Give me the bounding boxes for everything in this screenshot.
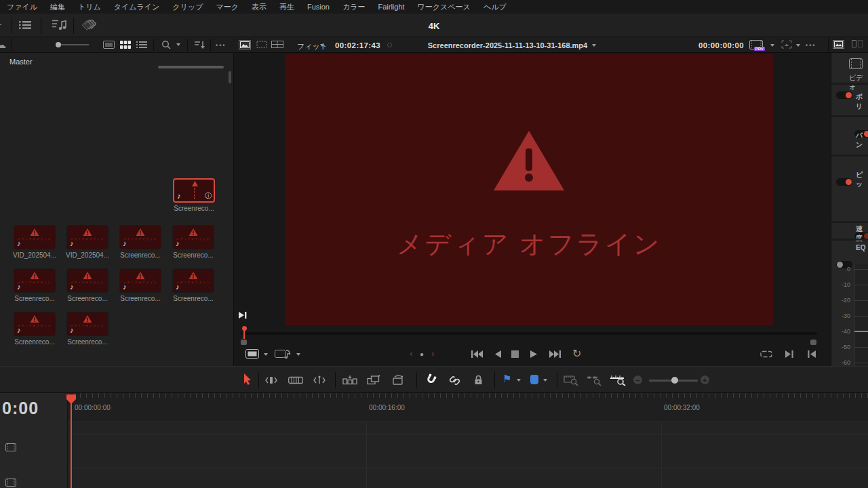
play-button[interactable] xyxy=(530,350,538,359)
audio-clip-mode-icon[interactable] xyxy=(275,348,291,359)
go-to-out-icon[interactable] xyxy=(237,310,248,320)
filmstrip-view-icon[interactable] xyxy=(103,41,115,49)
menu-workspace[interactable]: ワークスペース xyxy=(418,2,471,12)
media-clip[interactable]: ♪メディアオフラインScreenreco... xyxy=(172,225,215,259)
scale-overlay-chevron-icon[interactable] xyxy=(796,44,800,47)
insert-clip-icon[interactable] xyxy=(342,375,357,385)
menu-clip[interactable]: クリップ xyxy=(172,2,203,12)
next-marker-icon[interactable] xyxy=(785,350,794,359)
media-clip[interactable]: ♪メディアオフラインVID_202504... xyxy=(66,225,109,259)
video-tab-icon[interactable] xyxy=(849,58,863,69)
menu-mark[interactable]: マーク xyxy=(216,2,239,12)
menu-fusion[interactable]: Fusion xyxy=(307,3,330,11)
dual-panel-toggle-icon[interactable] xyxy=(852,40,863,47)
video-track-icon[interactable] xyxy=(5,479,16,487)
thumbnail-view-icon[interactable] xyxy=(120,41,131,49)
out-point-handle[interactable] xyxy=(810,340,816,345)
flag-icon[interactable]: ⚑ xyxy=(502,373,511,384)
menu-timeline[interactable]: タイムライン xyxy=(114,2,160,12)
jog-left-icon[interactable]: ‹ xyxy=(410,349,412,358)
media-clip[interactable]: ♪メディアオフラインVID_202504... xyxy=(13,225,56,259)
media-pool-options-icon[interactable]: ••• xyxy=(216,42,226,49)
list-view-icon[interactable] xyxy=(136,41,147,49)
clip-mode-chevron-icon[interactable] xyxy=(264,353,268,356)
menu-file[interactable]: ファイル xyxy=(7,2,37,12)
stop-button[interactable] xyxy=(511,350,519,358)
menu-trim[interactable]: トリム xyxy=(78,2,101,12)
media-clip[interactable]: ♪メディアオフラインScreenreco... xyxy=(13,312,56,346)
vertical-scrollbar[interactable] xyxy=(229,71,231,83)
thumbnail-size-slider[interactable] xyxy=(58,44,89,45)
menu-color[interactable]: カラー xyxy=(342,2,366,12)
marker-icon[interactable] xyxy=(530,375,538,384)
viewer-clip-name[interactable]: Screenrecorder-2025-11-11-13-10-31-168.m… xyxy=(428,41,587,49)
media-clip-selected[interactable]: ♪ ⓘ Screenreco... xyxy=(172,178,216,212)
zoom-in-button[interactable]: + xyxy=(701,375,709,384)
detail-zoom-icon[interactable] xyxy=(587,375,601,386)
replace-clip-icon[interactable] xyxy=(391,375,406,385)
viewer-options-icon[interactable]: ••• xyxy=(806,42,816,49)
custom-zoom-icon[interactable] xyxy=(610,375,626,386)
search-icon[interactable] xyxy=(161,40,171,49)
media-clip[interactable]: ♪メディアオフラインScreenreco... xyxy=(13,268,56,302)
timeline-playhead-line[interactable] xyxy=(71,394,72,488)
timeline-zoom-slider-knob[interactable] xyxy=(671,377,678,384)
media-clip[interactable]: ♪メディアオフラインScreenreco... xyxy=(172,268,215,302)
overwrite-clip-icon[interactable] xyxy=(367,375,381,385)
jog-knob-icon[interactable]: ● xyxy=(420,351,424,358)
media-clip[interactable]: ♪メディアオフラインScreenreco... xyxy=(66,268,109,302)
eq-graph[interactable] xyxy=(854,264,868,374)
dynamic-trim-mode-icon[interactable] xyxy=(313,375,326,385)
go-to-start-button[interactable] xyxy=(471,350,484,359)
loop-playback-icon[interactable]: ↻ xyxy=(572,348,581,359)
step-back-button[interactable] xyxy=(494,350,502,359)
menu-edit[interactable]: 編集 xyxy=(50,2,65,12)
menu-help[interactable]: ヘルプ xyxy=(484,2,507,12)
full-extent-zoom-icon[interactable] xyxy=(564,375,578,386)
source-viewer-icon[interactable] xyxy=(239,40,251,49)
clip-thumbnail[interactable]: ♪ ⓘ xyxy=(173,178,215,203)
clip-name-chevron-icon[interactable] xyxy=(592,44,596,47)
selection-mode-icon[interactable] xyxy=(243,373,252,386)
scale-overlay-icon[interactable] xyxy=(781,40,792,49)
timeline-ruler[interactable]: 00:00:00:00 00:00:16:00 00:00:32:00 xyxy=(0,393,868,422)
media-clip[interactable]: ♪メディアオフラインScreenreco... xyxy=(119,268,162,302)
previous-marker-icon[interactable] xyxy=(807,350,816,359)
linked-selection-icon[interactable] xyxy=(448,375,461,386)
bin-name[interactable]: Master xyxy=(9,58,33,66)
flag-chevron-icon[interactable] xyxy=(517,379,521,382)
scrub-playhead-knob[interactable] xyxy=(242,326,247,331)
viewer-panel-toggle-icon[interactable] xyxy=(833,40,844,49)
marker-chevron-icon[interactable] xyxy=(543,379,547,382)
cycle-range-icon[interactable] xyxy=(760,350,772,359)
sort-icon[interactable] xyxy=(194,41,205,49)
preview-mode-icon[interactable]: PRV xyxy=(749,40,763,49)
timeline-viewer-icon[interactable] xyxy=(256,41,267,48)
media-clip[interactable]: ♪メディアオフラインScreenreco... xyxy=(66,312,109,346)
horizontal-scrollbar[interactable] xyxy=(158,66,224,68)
menu-view[interactable]: 表示 xyxy=(252,2,267,12)
preview-mode-chevron-icon[interactable] xyxy=(770,44,774,47)
info-icon[interactable]: ⓘ xyxy=(205,191,212,201)
pitch-toggle[interactable] xyxy=(836,178,852,186)
volume-toggle[interactable] xyxy=(836,92,852,99)
video-track-icon[interactable] xyxy=(5,443,16,451)
jog-right-icon[interactable]: › xyxy=(431,349,434,358)
search-options-chevron-icon[interactable] xyxy=(176,43,180,46)
position-lock-icon[interactable] xyxy=(473,375,484,385)
razor-edit-mode-icon[interactable] xyxy=(288,376,303,384)
menu-playback[interactable]: 再生 xyxy=(279,2,294,12)
viewer-zoom-chevron-icon[interactable] xyxy=(320,44,324,47)
media-clip[interactable]: ♪メディアオフラインScreenreco... xyxy=(119,225,162,259)
viewer-scrub-bar[interactable] xyxy=(241,332,817,335)
menu-fairlight[interactable]: Fairlight xyxy=(378,3,404,11)
audio-clip-mode-chevron-icon[interactable] xyxy=(296,353,300,356)
thumbnail-size-slider-knob[interactable] xyxy=(56,42,61,47)
zoom-out-button[interactable]: – xyxy=(633,375,642,384)
snapping-magnet-icon[interactable] xyxy=(423,372,439,387)
go-to-end-button[interactable] xyxy=(549,350,561,359)
multicam-viewer-icon[interactable] xyxy=(271,41,283,48)
clip-mode-icon[interactable] xyxy=(245,349,259,359)
trim-edit-mode-icon[interactable] xyxy=(264,375,278,385)
cloud-icon[interactable]: ☁ xyxy=(0,40,6,49)
